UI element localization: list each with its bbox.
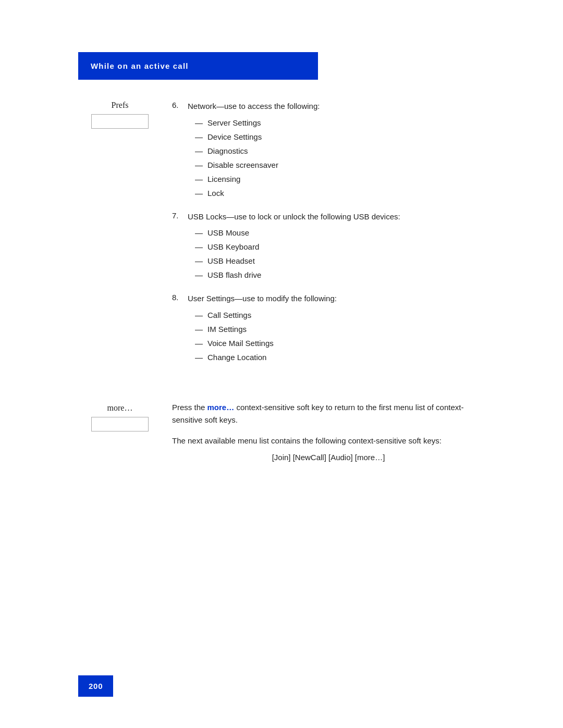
header-title: While on an active call [91,61,189,70]
prefs-soft-key-box [91,114,149,129]
right-column: 6. Network—use to access the following: … [172,101,485,375]
dash-icon: — [195,159,203,171]
section-8: 8. User Settings—use to modify the follo… [172,293,485,364]
list-item: — USB flash drive [195,269,485,281]
item-6-number: 6. [172,101,183,113]
header-banner: While on an active call [78,52,318,80]
item-7-sublist: — USB Mouse — USB Keyboard — USB Headset… [195,227,485,281]
item-6-sublist: — Server Settings — Device Settings — Di… [195,117,485,200]
item-8: 8. User Settings—use to modify the follo… [172,293,485,305]
dash-icon: — [195,255,203,267]
sub-item-text: Licensing [207,173,240,186]
dash-icon: — [195,323,203,336]
list-item: — USB Headset [195,255,485,267]
list-item: — Voice Mail Settings [195,337,485,350]
dash-icon: — [195,227,203,239]
sub-item-text: USB Mouse [207,227,249,239]
list-item: — Licensing [195,173,485,186]
list-item: — Disable screensaver [195,159,485,171]
section-6: 6. Network—use to access the following: … [172,101,485,200]
page-number: 200 [78,675,113,697]
dash-icon: — [195,241,203,253]
list-item: — Diagnostics [195,145,485,157]
list-item: — USB Mouse [195,227,485,239]
more-label: more… [107,403,133,413]
item-6: 6. Network—use to access the following: [172,101,485,113]
sub-item-text: Diagnostics [207,145,248,157]
item-8-number: 8. [172,293,183,305]
sub-item-text: Call Settings [207,309,251,322]
sub-item-text: USB Headset [207,255,255,267]
sub-item-text: Lock [207,187,224,200]
prefs-label: Prefs [78,101,162,110]
sub-item-text: Change Location [207,351,266,364]
sub-item-text: USB flash drive [207,269,261,281]
sub-item-text: USB Keyboard [207,241,259,253]
sub-item-text: Voice Mail Settings [207,337,274,350]
list-item: — Server Settings [195,117,485,129]
dash-icon: — [195,145,203,157]
list-item: — Device Settings [195,131,485,143]
item-6-text: Network—use to access the following: [188,101,320,113]
section-7: 7. USB Locks—use to lock or unlock the f… [172,211,485,282]
item-7-text: USB Locks—use to lock or unlock the foll… [188,211,400,223]
dash-icon: — [195,269,203,281]
sub-item-text: Disable screensaver [207,159,278,171]
left-column: Prefs [78,101,162,375]
more-prefix: Press the [172,403,207,412]
dash-icon: — [195,337,203,350]
item-8-sublist: — Call Settings — IM Settings — Voice Ma… [195,309,485,364]
list-item: — Lock [195,187,485,200]
sub-item-text: Device Settings [207,131,262,143]
list-item: — Call Settings [195,309,485,322]
dash-icon: — [195,117,203,129]
item-7: 7. USB Locks—use to lock or unlock the f… [172,211,485,223]
more-paragraph: Press the more… context-sensitive soft k… [172,401,485,426]
join-line: [Join] [NewCall] [Audio] [more…] [172,451,485,464]
more-right-text: Press the more… context-sensitive soft k… [172,401,485,464]
sub-item-text: Server Settings [207,117,261,129]
dash-icon: — [195,131,203,143]
next-available-text: The next available menu list contains th… [172,435,485,447]
dash-icon: — [195,309,203,322]
more-link[interactable]: more… [207,403,235,412]
more-section: more… Press the more… context-sensitive … [78,401,485,464]
sub-item-text: IM Settings [207,323,247,336]
item-8-text: User Settings—use to modify the followin… [188,293,337,305]
dash-icon: — [195,173,203,186]
more-soft-key-box [91,417,149,431]
list-item: — USB Keyboard [195,241,485,253]
item-7-number: 7. [172,211,183,223]
list-item: — Change Location [195,351,485,364]
main-content: Prefs 6. Network—use to access the follo… [78,101,485,375]
dash-icon: — [195,351,203,364]
more-left-column: more… [78,401,162,464]
list-item: — IM Settings [195,323,485,336]
dash-icon: — [195,187,203,200]
